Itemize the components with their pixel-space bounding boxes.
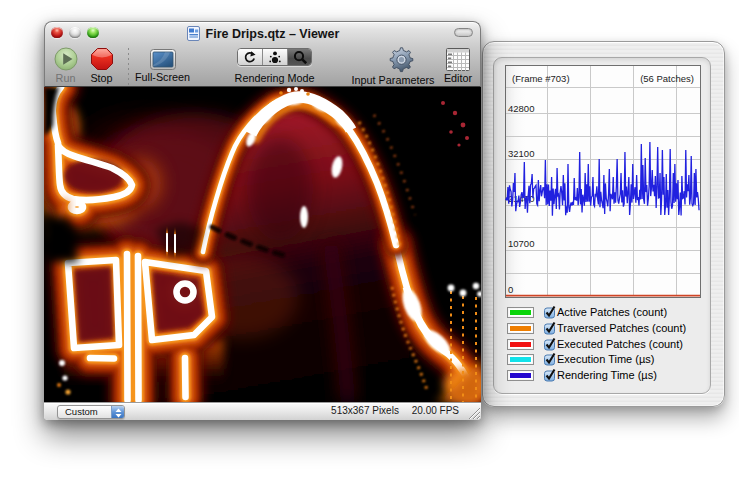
svg-text:(56 Patches): (56 Patches): [640, 73, 694, 84]
svg-text:0: 0: [508, 284, 513, 295]
svg-text:42800: 42800: [508, 103, 534, 114]
svg-text:10700: 10700: [508, 238, 534, 249]
svg-text:32100: 32100: [508, 148, 534, 159]
svg-text:(Frame #703): (Frame #703): [512, 73, 570, 84]
